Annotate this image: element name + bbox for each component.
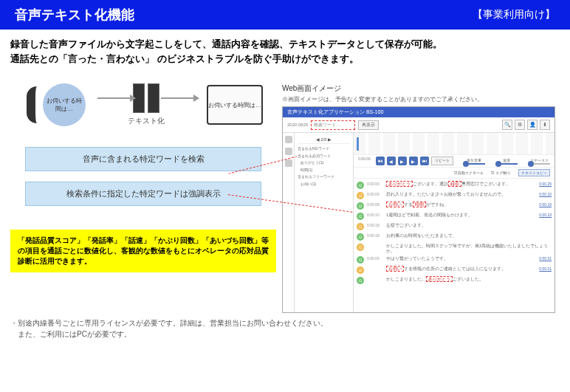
row-time: 0:00.18 xyxy=(367,233,383,238)
speed-label: 速度 xyxy=(503,158,510,162)
transcript-row[interactable]: Ω かしこまりました。ありがとうございました。 xyxy=(357,275,552,286)
row-text: やはり繋がっていたようです。 xyxy=(386,256,536,261)
transcript-row[interactable]: Ω 0:00.18 お約束のお時間をいただきまして、 xyxy=(357,232,552,242)
ng-word-label: 含まれるNGワード xyxy=(298,146,350,151)
row-duration: 0:00.01 xyxy=(539,267,552,271)
player-controls: 0:00.00 ⏮ ◀ ▶ ▶ ⏭ リピート 再生音量 xyxy=(354,155,554,168)
forward-button[interactable]: ▶ xyxy=(409,157,418,165)
app-window: 音声テキスト化アプリケーション BS-100 2020.0825 検索ワード… … xyxy=(282,106,555,313)
intro-line-2: 通話先との「言った・言わない」 のビジネストラブルを防ぐ手助けができます。 xyxy=(10,52,560,66)
rewind-button[interactable]: ◀ xyxy=(387,157,396,165)
speed-slider[interactable] xyxy=(495,163,518,165)
nav-icon[interactable] xyxy=(285,159,292,167)
row-text: お伺いする時間がですね、 xyxy=(386,202,536,207)
row-time: 0:00.00 xyxy=(367,192,383,196)
free-word-item: お伺い(1) xyxy=(298,182,350,187)
user-icon[interactable]: 👤 xyxy=(527,120,538,130)
date-label: 2020.0825 xyxy=(287,123,308,127)
speaker-badge: Ω xyxy=(357,244,364,251)
row-text: ありがとうございます。通話録音専用窓口でございます。 xyxy=(386,182,536,187)
web-image-note: ※画面イメージは、予告なく変更することがありますのでご了承ください。 xyxy=(282,95,560,103)
highlight-word: 時間 xyxy=(413,202,426,207)
row-time: 0:00.18 xyxy=(367,223,383,227)
row-duration: 0:00.19 xyxy=(539,202,552,207)
speaker-badge: Ω xyxy=(357,233,364,241)
laptop-icon: お伺いする時間は… xyxy=(207,85,263,125)
transcript-row[interactable]: Ω 0:00.00 やはり繋がっていたようです。 0:00.01 xyxy=(357,255,552,265)
search-input[interactable]: 検索ワード… xyxy=(311,120,355,130)
transcript-row[interactable]: Ω かしこまりました。時間ステップ等ですが、第3系統は機能いたしましたでしょうか… xyxy=(357,242,552,255)
speaker-badge: Ω xyxy=(357,182,364,189)
app-titlebar: 音声テキスト化アプリケーション BS-100 xyxy=(283,107,554,117)
highlight-word: お伺い xyxy=(386,202,404,207)
highlight-word: ありがとう xyxy=(426,276,453,282)
transcript-row[interactable]: Ω 0:00.08 お伺いする時間がですね、 0:00.19 xyxy=(357,201,552,211)
row-duration: 0:00.23 xyxy=(539,213,552,217)
speaker-badge: Ω xyxy=(357,213,364,220)
transcript-row[interactable]: Ω 0:00.10 1週間ほどで到着、発送の間隔もかけます。 0:00.23 xyxy=(357,211,552,221)
required-word-item: 時間(1) xyxy=(298,168,350,173)
highlight-word: 録音 xyxy=(448,181,461,187)
search-icon[interactable]: 🔍 xyxy=(502,120,512,130)
required-word-label: 含まれる必須ワード xyxy=(298,154,350,159)
transcript-row[interactable]: Ω お伺いする情報の住所のご連絡としては以上になります。 0:00.01 xyxy=(357,265,552,275)
row-text: 恐れ入ります。ただいま少々お線が繋っておりませんので。 xyxy=(386,192,536,197)
speaker-badge: Ω xyxy=(357,223,364,230)
waveform[interactable] xyxy=(354,133,554,155)
speaker-badge: Ω xyxy=(357,277,364,284)
nav-icon[interactable] xyxy=(285,136,292,143)
phone-handset-icon xyxy=(24,86,40,123)
footnote-line-1: ・別途内線番号ごとに専用ライセンスが必要です。詳細は、営業担当にお問い合わせくだ… xyxy=(10,317,560,329)
server-group: テキスト化 xyxy=(97,83,195,126)
text-copy-button[interactable]: テキストコピー xyxy=(518,169,550,176)
callout-highlight: 検索条件に指定した特定ワードは強調表示 xyxy=(25,182,261,206)
download-icon[interactable]: ⬇ xyxy=(540,120,550,130)
repeat-button[interactable]: リピート xyxy=(431,157,453,165)
page-title: 音声テキスト化機能 xyxy=(15,6,134,24)
nav-icon[interactable] xyxy=(285,148,292,155)
web-image-caption: Web画面イメージ xyxy=(282,83,560,94)
free-word-label: 含まれるフリーワード xyxy=(298,174,350,179)
row-text: お伺いする情報の住所のご連絡としては以上になります。 xyxy=(386,267,536,272)
left-column: お伺いする時間は… テキスト化 お伺いする時間は… 音声に含まれる特定ワードを検… xyxy=(10,70,276,313)
required-word-item: ありがとう(1) xyxy=(298,160,350,165)
play-button[interactable]: ▶ xyxy=(398,157,407,165)
row-duration: 0:00.01 xyxy=(539,256,552,261)
transcript-row[interactable]: Ω 0:00.00 ありがとうございます。通話録音専用窓口でございます。 0:0… xyxy=(357,180,552,190)
app-main: 0:00.00 ⏮ ◀ ▶ ▶ ⏭ リピート 再生音量 xyxy=(354,133,554,312)
skip-fwd-button[interactable]: ⏭ xyxy=(420,157,429,165)
row-text: かしこまりました。ありがとうございました。 xyxy=(386,277,552,282)
row-time: 0:00.08 xyxy=(367,202,383,207)
player-time: 0:00.00 xyxy=(358,157,371,165)
intro-line-1: 録音した音声ファイルから文字起こしをして、通話内容を確認、テキストデータとして保… xyxy=(10,37,560,52)
row-duration: 0:00.25 xyxy=(539,182,552,186)
pager[interactable]: ◀ 2/5 ▶ xyxy=(298,135,350,144)
autoscroll-check[interactable]: ☑ 自動スクロール xyxy=(454,171,484,175)
flow-diagram: お伺いする時間は… テキスト化 お伺いする時間は… xyxy=(10,70,276,137)
skip-back-button[interactable]: ⏮ xyxy=(376,157,385,165)
refresh-button[interactable]: 再表示 xyxy=(358,120,379,130)
highlight-word: ありがとう xyxy=(386,181,413,187)
footnote: ・別途内線番号ごとに専用ライセンスが必要です。詳細は、営業担当にお問い合わせくだ… xyxy=(0,313,570,340)
view-options: ☑ 自動スクロール ☑ タグ/飾り テキストコピー xyxy=(354,168,554,179)
filter-icon[interactable]: ⚙ xyxy=(515,120,525,130)
status-bar xyxy=(528,163,550,165)
footnote-line-2: また、ご利用にはPCが必要です。 xyxy=(10,329,560,340)
right-column: Web画面イメージ ※画面イメージは、予告なく変更することがありますのでご了承く… xyxy=(276,70,560,313)
yellow-feature-box: 「発話品質スコア」「発話率」「話速」「かぶり回数」「あいづち回数」等の項目を通話… xyxy=(10,230,276,272)
wrap-check[interactable]: ☑ タグ/飾り xyxy=(491,171,511,175)
speaker-badge: Ω xyxy=(357,267,364,274)
row-time: 0:00.00 xyxy=(367,256,383,261)
transcript-list: Ω 0:00.00 ありがとうございます。通話録音専用窓口でございます。 0:0… xyxy=(354,179,554,312)
row-duration: 0:00.10 xyxy=(539,192,552,196)
convert-label: テキスト化 xyxy=(128,116,165,126)
row-text: かしこまりました。時間ステップ等ですが、第3系統は機能いたしましたでしょうか。 xyxy=(386,244,552,253)
transcript-row[interactable]: Ω 0:00.18 左様でございます。 xyxy=(357,221,552,232)
transcript-row[interactable]: Ω 0:00.00 恐れ入ります。ただいま少々お線が繋っておりませんので。 0:… xyxy=(357,190,552,201)
row-text: 左様でございます。 xyxy=(386,223,552,228)
volume-label: 再生音量 xyxy=(467,158,481,162)
volume-slider[interactable] xyxy=(463,163,485,165)
speaker-badge: Ω xyxy=(357,202,364,210)
speaker-badge: Ω xyxy=(357,192,364,199)
laptop-screen-text: お伺いする時間は… xyxy=(208,101,261,109)
